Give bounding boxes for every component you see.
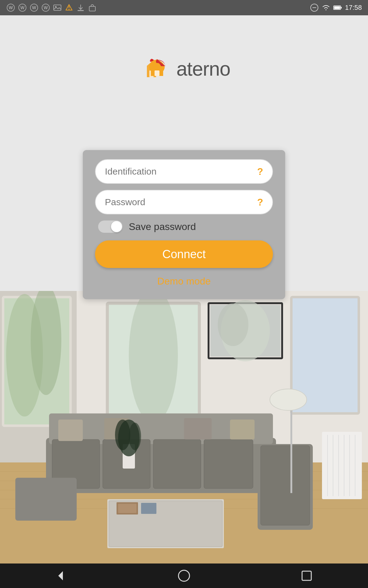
login-card: ? ? Save password Connect Demo mode	[83, 150, 285, 299]
identification-input[interactable]	[105, 166, 257, 177]
identification-field-wrapper: ?	[95, 159, 273, 184]
logo-container: aterno	[138, 55, 230, 83]
clock: 17:58	[345, 4, 362, 12]
svg-rect-23	[155, 70, 159, 76]
aterno-logo-icon	[143, 55, 171, 83]
password-help-icon[interactable]: ?	[257, 197, 263, 208]
minus-icon	[310, 3, 319, 12]
svg-rect-19	[341, 7, 342, 8]
svg-rect-8	[54, 5, 61, 10]
svg-text:W: W	[32, 5, 36, 10]
svg-rect-63	[141, 503, 156, 514]
save-password-label: Save password	[129, 221, 196, 232]
home-button[interactable]	[176, 568, 192, 583]
svg-rect-53	[261, 446, 310, 525]
status-bar: W W W W	[0, 0, 368, 15]
svg-rect-14	[78, 10, 84, 11]
image-icon	[53, 3, 62, 12]
svg-point-66	[115, 420, 130, 450]
svg-marker-77	[58, 571, 63, 580]
identification-help-icon[interactable]: ?	[257, 166, 263, 177]
svg-point-67	[129, 423, 141, 450]
logo-text: aterno	[176, 58, 230, 80]
svg-point-39	[218, 303, 248, 346]
icon-4: W	[41, 3, 50, 12]
battery-icon	[333, 4, 342, 11]
svg-rect-50	[153, 439, 201, 488]
password-field-wrapper: ?	[95, 190, 273, 214]
svg-point-12	[69, 9, 70, 10]
status-icons: W W W W	[6, 3, 97, 12]
svg-point-76	[270, 389, 307, 410]
back-button[interactable]	[54, 568, 69, 583]
save-password-toggle[interactable]	[98, 221, 123, 233]
status-right: 17:58	[310, 3, 362, 12]
nav-icon	[64, 3, 74, 12]
svg-rect-68	[322, 432, 362, 499]
recent-button[interactable]	[299, 568, 314, 583]
demo-mode-link[interactable]: Demo mode	[95, 276, 273, 287]
icon-1: W	[6, 3, 15, 12]
main-content: aterno ? ? Save password Connect	[0, 15, 368, 564]
svg-text:W: W	[9, 5, 13, 10]
room-section	[0, 291, 368, 564]
svg-point-33	[129, 291, 178, 423]
nav-bar	[0, 564, 368, 588]
svg-text:W: W	[20, 5, 25, 10]
svg-rect-51	[204, 439, 253, 488]
connect-button[interactable]: Connect	[95, 240, 273, 268]
wifi-icon	[322, 4, 330, 11]
svg-rect-58	[230, 420, 255, 439]
save-password-row: Save password	[98, 221, 273, 233]
svg-point-78	[178, 570, 190, 581]
svg-rect-55	[58, 420, 83, 441]
icon-2: W	[18, 3, 27, 12]
svg-rect-15	[89, 6, 95, 11]
svg-rect-20	[334, 6, 340, 9]
svg-rect-57	[184, 418, 212, 439]
password-input[interactable]	[105, 197, 257, 207]
top-section: aterno ? ? Save password Connect	[0, 15, 368, 291]
svg-text:W: W	[44, 5, 48, 10]
svg-rect-54	[15, 478, 77, 521]
toggle-knob	[111, 221, 122, 232]
room-illustration	[0, 291, 368, 564]
svg-rect-62	[118, 504, 136, 513]
download-icon	[76, 3, 85, 12]
icon-3: W	[29, 3, 39, 12]
svg-rect-79	[302, 571, 311, 580]
bag-icon	[88, 3, 97, 12]
